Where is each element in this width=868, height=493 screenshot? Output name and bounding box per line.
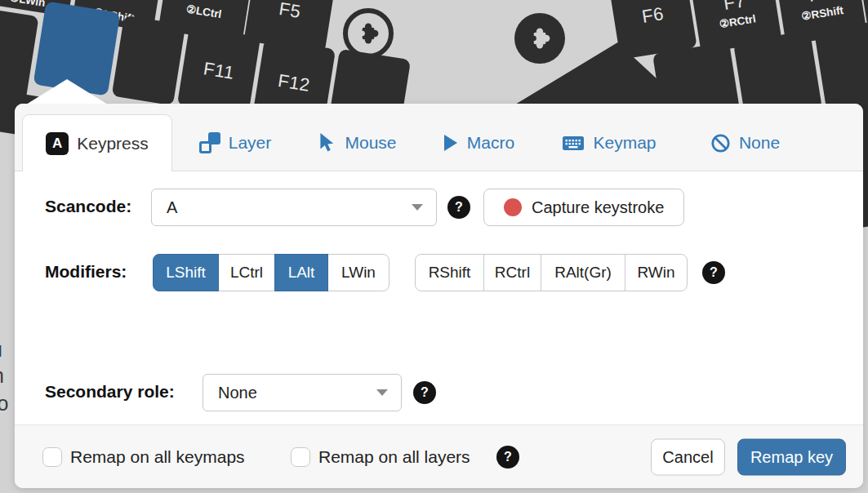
secondary-role-select[interactable]: None (203, 374, 402, 411)
background-text-fragment: h (0, 364, 4, 388)
scancode-label: Scancode: (45, 197, 131, 216)
scancode-help-icon[interactable]: ? (447, 196, 470, 219)
keyboard-icon (562, 133, 585, 153)
remap-all-layers-checkbox[interactable] (291, 447, 310, 467)
left-modifiers-group: LShift LCtrl LAlt LWin (153, 254, 389, 291)
scancode-value: A (167, 198, 177, 217)
secondary-role-value: None (218, 384, 257, 402)
puzzle-icon (354, 20, 382, 47)
key-label: F12 (276, 70, 311, 96)
tab-mouse[interactable]: Mouse (309, 114, 405, 171)
dialog-footer: Remap on all keymaps Remap on all layers… (15, 424, 863, 488)
tab-keypress[interactable]: A Keypress (22, 114, 172, 171)
tab-none[interactable]: None (698, 114, 792, 171)
tab-layer[interactable]: Layer (182, 114, 288, 171)
key-sub-label: ②RShift (800, 3, 844, 23)
key-label: F11 (202, 58, 235, 84)
secondary-role-label: Secondary role: (45, 382, 175, 402)
modifiers-label: Modifiers: (45, 262, 127, 282)
capture-keystroke-button[interactable]: Capture keystroke (483, 189, 684, 226)
key-unlabeled[interactable] (112, 16, 186, 106)
remap-scope-help-icon[interactable]: ? (496, 446, 519, 469)
play-icon (441, 133, 459, 153)
secondary-role-help-icon[interactable]: ? (413, 381, 436, 404)
remap-all-keymaps-checkbox[interactable] (42, 447, 62, 467)
key-sub-label: ②RCtrl (719, 11, 757, 30)
chevron-down-icon (376, 389, 388, 396)
modifiers-help-icon[interactable]: ? (702, 261, 725, 284)
record-dot-icon (504, 198, 522, 216)
app-window: ②LWin ②LShift F4 ②LCtrl F5 F11 F12 (0, 0, 868, 493)
tab-macro[interactable]: Macro (430, 114, 526, 171)
modifier-lalt-button[interactable]: LAlt (274, 254, 328, 291)
key-f11[interactable]: F11 (177, 26, 260, 117)
keypress-a-icon: A (46, 132, 69, 155)
tab-label: None (739, 133, 780, 153)
remap-all-keymaps-label: Remap on all keymaps (70, 447, 245, 467)
modifier-lwin-button[interactable]: LWin (327, 254, 389, 291)
tab-label: Mouse (345, 133, 396, 153)
chevron-down-icon (412, 204, 423, 211)
right-modifiers-group: RShift RCtrl RAlt(Gr) RWin (415, 254, 688, 291)
scancode-select[interactable]: A (151, 189, 437, 226)
background-text-fragment: u (0, 338, 2, 362)
modifier-lctrl-button[interactable]: LCtrl (218, 254, 275, 291)
background-text-fragment: yo (0, 392, 8, 415)
mouse-cursor-icon (317, 132, 336, 153)
modifier-raltgr-button[interactable]: RAlt(Gr) (541, 254, 625, 291)
tab-label: Macro (467, 133, 514, 153)
ban-icon (710, 133, 731, 153)
remap-all-layers-label: Remap on all layers (318, 447, 470, 467)
tab-label: Keypress (77, 134, 149, 153)
cancel-button[interactable]: Cancel (651, 438, 725, 475)
tab-label: Layer (229, 133, 272, 153)
modifier-rctrl-button[interactable]: RCtrl (483, 254, 541, 291)
module-puzzle-icon (514, 13, 565, 64)
key-label: F5 (278, 0, 302, 23)
key-remap-dialog: A Keypress Layer Mouse Macro (15, 104, 863, 488)
tab-label: Keymap (593, 133, 656, 153)
key-label: ②LWin (9, 0, 47, 9)
modifier-rwin-button[interactable]: RWin (625, 254, 688, 291)
module-puzzle-icon (343, 8, 394, 59)
modifier-lshift-button[interactable]: LShift (153, 254, 219, 291)
dialog-pointer-arrow (26, 79, 108, 104)
puzzle-icon (526, 24, 554, 52)
capture-keystroke-label: Capture keystroke (532, 198, 664, 217)
remap-key-button[interactable]: Remap key (737, 438, 846, 475)
key-label: F7 (722, 0, 746, 15)
action-tab-bar: A Keypress Layer Mouse Macro (15, 104, 863, 171)
tab-keymap[interactable]: Keymap (549, 114, 670, 171)
modifier-rshift-button[interactable]: RShift (415, 254, 484, 291)
key-sub-label: ②LCtrl (185, 2, 223, 21)
layers-icon (199, 132, 220, 153)
key-label: F6 (640, 3, 665, 28)
